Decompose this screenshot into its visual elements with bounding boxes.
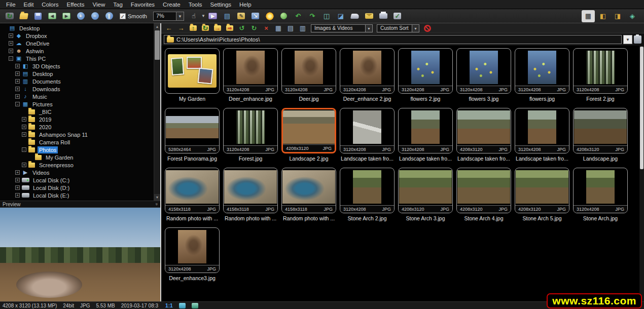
thumbnail-stone-arch-jpg[interactable]: 3120x4208JPGStone Arch.jpg xyxy=(573,168,628,221)
print-button[interactable] xyxy=(377,10,390,22)
thumbnail-landscape-taken-fro[interactable]: 3120x4208JPGLandscape taken fro... xyxy=(398,108,453,162)
menu-effects[interactable]: Effects xyxy=(63,0,89,9)
refresh-folder-button[interactable]: ↻ xyxy=(200,24,211,33)
tree-item-this-pc[interactable]: -▣This PC xyxy=(0,55,160,62)
acquire-scan-button[interactable] xyxy=(348,10,362,22)
thumbnail-stone-arch-2-jpg[interactable]: 3120x4208JPGStone Arch 2.jpg xyxy=(340,168,395,221)
filter-select[interactable]: Images & Videos ▼ xyxy=(311,24,373,32)
adjust-lighting-button[interactable] xyxy=(263,10,276,22)
forward-button[interactable]: → xyxy=(175,24,187,33)
tree-item-local-disk-c[interactable]: +Local Disk (C:) xyxy=(0,176,160,184)
preview-image[interactable] xyxy=(0,208,160,301)
tree-item-downloads[interactable]: +↓Downloads xyxy=(0,85,160,93)
copy-path-icon[interactable] xyxy=(634,35,641,44)
thumbnail-forest-jpg[interactable]: 3120x4208JPGForest.jpg xyxy=(223,108,278,162)
hand-tool-dropdown-icon[interactable]: ▼ xyxy=(201,14,205,18)
tree-item-videos[interactable]: +▶Videos xyxy=(0,169,160,176)
redo-button[interactable]: ↷ xyxy=(306,10,319,22)
view-window-button[interactable]: ◧ xyxy=(596,10,610,22)
thumbnail-landscape-taken-fro[interactable]: 3120x4208JPGLandscape taken fro... xyxy=(340,108,395,162)
expand-icon[interactable]: + xyxy=(15,64,20,68)
view-thumbnails-button[interactable]: ▦ xyxy=(273,24,284,33)
view-list-button[interactable]: ▥ xyxy=(297,24,308,33)
status-fit-icon[interactable] xyxy=(179,303,186,308)
menu-settings[interactable]: Settings xyxy=(206,0,236,9)
tree-item-2019[interactable]: +2019 xyxy=(0,115,160,123)
expand-icon[interactable]: + xyxy=(22,163,26,167)
thumbnail-scrollbar[interactable] xyxy=(639,46,644,301)
up-folder-button[interactable]: ↑ xyxy=(188,24,199,33)
slideshow-button[interactable]: ▶ xyxy=(206,10,220,22)
tree-item-3d-objects[interactable]: +◧3D Objects xyxy=(0,62,160,70)
expand-icon[interactable]: + xyxy=(15,71,20,76)
undo-button[interactable]: ↶ xyxy=(292,10,305,22)
expand-icon[interactable]: + xyxy=(22,132,26,137)
status-monitor-icon[interactable] xyxy=(192,303,198,308)
adjust-colors-button[interactable] xyxy=(277,10,291,22)
tree-item-ashwin[interactable]: +☻Ashwin xyxy=(0,47,160,55)
rotate-right-button[interactable]: ↻ xyxy=(248,24,260,33)
scroll-down-icon[interactable]: ▼ xyxy=(154,194,160,201)
delete-button[interactable]: × xyxy=(261,24,272,33)
thumbnail-landscape-taken-fro[interactable]: 4208x3120JPGLandscape taken fro... xyxy=(456,108,511,162)
menu-edit[interactable]: Edit xyxy=(20,0,38,9)
thumbnail-deer-jpg[interactable]: 3120x4208JPGDeer.jpg xyxy=(281,48,336,102)
browse-mode-button[interactable]: ▦ xyxy=(582,10,595,22)
move-to-folder-button[interactable]: ⇒ xyxy=(224,24,235,33)
scroll-up-icon[interactable]: ▲ xyxy=(154,23,160,30)
tree-item-camera-roll[interactable]: +Camera Roll xyxy=(0,138,160,146)
menu-create[interactable]: Create xyxy=(159,0,185,9)
scrollbar-thumb[interactable] xyxy=(155,30,160,60)
menu-tag[interactable]: Tag xyxy=(109,0,127,9)
collapse-icon[interactable]: - xyxy=(22,147,26,152)
tree-item-photos[interactable]: -Photos xyxy=(0,146,160,153)
collapse-icon[interactable]: - xyxy=(9,56,13,61)
expand-icon[interactable]: + xyxy=(15,185,20,190)
draw-board-button[interactable]: ✎ xyxy=(235,10,248,22)
menu-help[interactable]: Help xyxy=(235,0,256,9)
thumbnail-random-photo-with[interactable]: 4158x3118JPGRandom photo with ... xyxy=(165,168,220,221)
thumbnail-scrollbar-thumb[interactable] xyxy=(640,47,643,169)
thumbnail-random-photo-with[interactable]: 4158x3118JPGRandom photo with ... xyxy=(281,168,336,221)
thumbnail-forest-2-jpg[interactable]: 3120x4208JPGForest 2.jpg xyxy=(573,48,628,102)
tree-item-my-garden[interactable]: +My Garden xyxy=(0,153,160,161)
thumbnail-stone-arch-5-jpg[interactable]: 4208x3120JPGStone Arch 5.jpg xyxy=(515,168,569,221)
compare-button[interactable]: ◫ xyxy=(320,10,333,22)
rotate-left-button[interactable]: ↺ xyxy=(236,24,247,33)
address-dropdown-icon[interactable]: ▼ xyxy=(623,35,632,44)
expand-icon[interactable]: + xyxy=(9,33,13,38)
tree-item-desktop[interactable]: +▤Desktop xyxy=(0,70,160,78)
thumbnail-landscape-taken-fro[interactable]: 3120x4208JPGLandscape taken fro... xyxy=(515,108,569,162)
expand-icon[interactable]: + xyxy=(15,87,20,91)
menu-colors[interactable]: Colors xyxy=(38,0,62,9)
tree-item-local-disk-e[interactable]: +Local Disk (E:) xyxy=(0,191,160,199)
batch-convert-button[interactable]: ▤ xyxy=(221,10,234,22)
tree-item-local-disk-d[interactable]: +Local Disk (D:) xyxy=(0,184,160,191)
zoom-level-select[interactable]: 7% ▼ xyxy=(153,12,184,21)
zoom-out-button[interactable]: − xyxy=(88,10,101,22)
address-field[interactable]: C:\Users\Ashwin\Pictures\Photos\ xyxy=(164,35,622,44)
tree-item-2020[interactable]: +2020 xyxy=(0,123,160,131)
tree-item-music[interactable]: +♪Music xyxy=(0,93,160,100)
resize-button[interactable]: ⇲ xyxy=(249,10,262,22)
thumbnail-stone-arch-3-jpg[interactable]: 4208x3120JPGStone Arch 3.jpg xyxy=(398,168,453,221)
expand-icon[interactable]: + xyxy=(22,117,26,122)
collapse-preview-icon[interactable]: » xyxy=(154,203,159,205)
filter-dropdown-icon[interactable]: ▼ xyxy=(366,24,373,32)
sort-dropdown-icon[interactable]: ▼ xyxy=(412,24,419,32)
view-window2-button[interactable]: ◨ xyxy=(611,10,624,22)
tree-item-bic[interactable]: +_BIC xyxy=(0,108,160,115)
menu-tools[interactable]: Tools xyxy=(185,0,206,9)
view-detail-button[interactable]: ▤ xyxy=(285,24,296,33)
folder-thumbnail-my-garden[interactable]: My Garden xyxy=(165,48,220,102)
back-button[interactable]: ← xyxy=(163,24,174,33)
fullscreen-button[interactable]: ◈ xyxy=(626,10,639,22)
thumbnail-landscape-2-jpg[interactable]: 4208x3120JPGLandscape 2.jpg xyxy=(281,108,336,162)
save-as-button[interactable] xyxy=(31,10,45,22)
zoom-dropdown-icon[interactable]: ▼ xyxy=(176,12,184,21)
expand-icon[interactable]: + xyxy=(15,178,20,182)
menu-file[interactable]: File xyxy=(2,0,20,9)
tree-scrollbar[interactable]: ▲ ▼ xyxy=(154,23,160,201)
expand-icon[interactable]: + xyxy=(15,94,20,99)
copy-to-folder-button[interactable]: → xyxy=(212,24,223,33)
